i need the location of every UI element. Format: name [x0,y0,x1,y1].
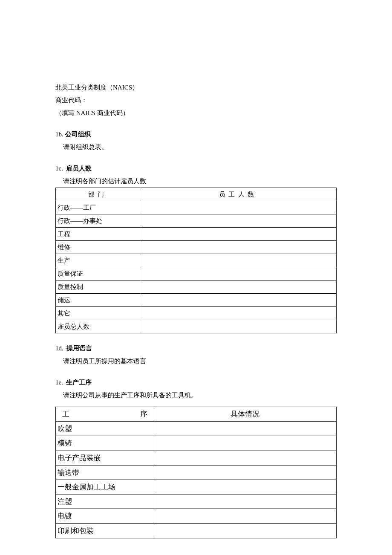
cell-dept: 质量控制 [56,280,140,294]
table-row: 质量控制 [56,280,337,294]
cell-dept: 雇员总人数 [56,320,140,333]
cell-value [140,307,336,320]
table-row: 储运 [56,294,337,307]
table-row: 电镀 [56,509,337,523]
cell-dept: 生产 [56,254,140,267]
naics-line-2: 商业代码： [55,94,337,107]
body-1e: 请注明公司从事的生产工序和所具备的工具机。 [55,389,337,402]
heading-1c: 1c. 雇员人数 [55,162,337,175]
table-row: 生产 [56,254,337,267]
table-row: 维修 [56,241,337,254]
table-row: 雇员总人数 [56,320,337,333]
cell-process: 一般金属加工工场 [56,480,154,494]
th-department: 部门 [56,188,140,201]
cell-process: 输送带 [56,465,154,480]
table-row: 注塑 [56,494,337,509]
cell-value [140,254,336,267]
table-row: 质量保证 [56,267,337,280]
cell-value [140,280,336,294]
section-1c: 1c. 雇员人数 请注明各部门的估计雇员人数 部门 员工人数 行政——工厂 行政… [55,162,337,333]
cell-value [154,480,336,494]
table-row: 输送带 [56,465,337,480]
heading-1d-num: 1d. [55,342,63,355]
cell-process: 印刷和包装 [56,523,154,538]
cell-value [140,320,336,333]
heading-1b-num: 1b. [55,128,63,141]
cell-value [154,451,336,465]
heading-1e-title: 生产工序 [66,379,92,386]
cell-value [140,294,336,307]
table-processes: 工序 具体情况 吹塑 模铸 电子产品装嵌 输送带 一般金属加工工场 注塑 电镀 … [55,407,337,538]
cell-dept: 其它 [56,307,140,320]
body-1d: 请注明员工所操用的基本语言 [55,355,337,367]
table-employees: 部门 员工人数 行政——工厂 行政——办事处 工程 维修 生产 质量保证 质量控… [55,188,337,333]
cell-dept: 质量保证 [56,267,140,280]
table-row: 模铸 [56,436,337,451]
page: 北美工业分类制度（NAICS） 商业代码： （填写 NAICS 商业代码） 1b… [0,0,392,555]
cell-value [140,228,336,241]
heading-1c-title: 雇员人数 [66,165,92,172]
table-row: 工程 [56,228,337,241]
cell-process: 模铸 [56,436,154,451]
cell-value [140,214,336,228]
cell-value [140,201,336,214]
section-1d: 1d. 操用语言 请注明员工所操用的基本语言 [55,342,337,367]
naics-line-1: 北美工业分类制度（NAICS） [55,81,337,94]
heading-1e-num: 1e. [55,376,63,389]
cell-value [154,509,336,523]
cell-dept: 行政——办事处 [56,214,140,228]
cell-dept: 行政——工厂 [56,201,140,214]
heading-1b: 1b. 公司组织 [55,128,337,141]
heading-1e: 1e. 生产工序 [55,376,337,389]
cell-dept: 储运 [56,294,140,307]
th-process: 工序 [56,407,154,422]
table-row: 部门 员工人数 [56,188,337,201]
table-row: 吹塑 [56,422,337,436]
body-1c: 请注明各部门的估计雇员人数 [55,175,337,188]
table-row: 其它 [56,307,337,320]
table-row: 行政——办事处 [56,214,337,228]
body-1b: 请附组织总表。 [55,141,337,153]
cell-value [154,436,336,451]
cell-process: 吹塑 [56,422,154,436]
table-row: 印刷和包装 [56,523,337,538]
cell-process: 注塑 [56,494,154,509]
section-1e: 1e. 生产工序 请注明公司从事的生产工序和所具备的工具机。 工序 具体情况 吹… [55,376,337,538]
heading-1d-title: 操用语言 [66,345,92,352]
heading-1b-title: 公司组织 [65,131,91,138]
cell-value [140,267,336,280]
naics-line-3: （填写 NAICS 商业代码） [55,107,337,119]
cell-process: 电镀 [56,509,154,523]
cell-value [154,523,336,538]
cell-dept: 维修 [56,241,140,254]
table-row: 工序 具体情况 [56,407,337,422]
cell-dept: 工程 [56,228,140,241]
cell-value [154,422,336,436]
th-headcount: 员工人数 [140,188,336,201]
table-row: 电子产品装嵌 [56,451,337,465]
cell-value [154,465,336,480]
table-row: 一般金属加工工场 [56,480,337,494]
th-detail: 具体情况 [154,407,336,422]
heading-1c-num: 1c. [55,162,63,175]
naics-block: 北美工业分类制度（NAICS） 商业代码： （填写 NAICS 商业代码） [55,81,337,119]
cell-process: 电子产品装嵌 [56,451,154,465]
cell-value [140,241,336,254]
heading-1d: 1d. 操用语言 [55,342,337,355]
section-1b: 1b. 公司组织 请附组织总表。 [55,128,337,153]
table-row: 行政——工厂 [56,201,337,214]
cell-value [154,494,336,509]
